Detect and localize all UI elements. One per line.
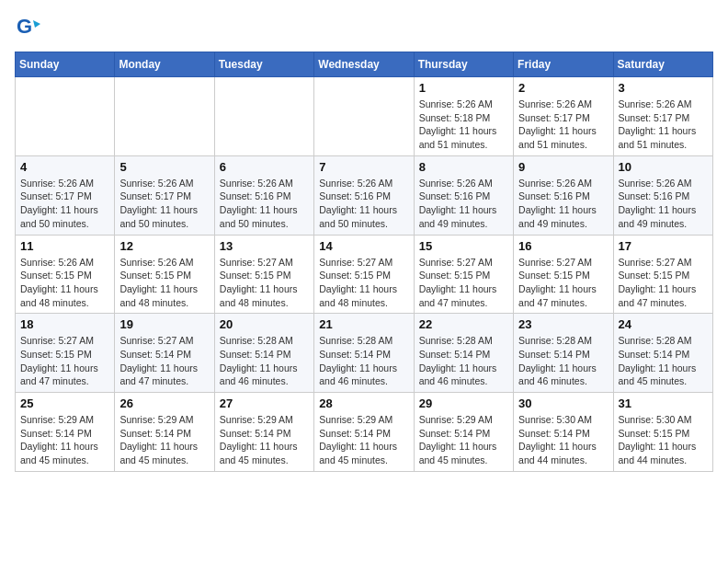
day-number: 2 [518, 81, 608, 95]
calendar-body: 1Sunrise: 5:26 AM Sunset: 5:18 PM Daylig… [16, 77, 713, 472]
calendar-cell: 15Sunrise: 5:27 AM Sunset: 5:15 PM Dayli… [414, 235, 513, 314]
calendar-cell: 17Sunrise: 5:27 AM Sunset: 5:15 PM Dayli… [613, 235, 712, 314]
day-detail: Sunrise: 5:27 AM Sunset: 5:15 PM Dayligh… [220, 256, 309, 310]
calendar-cell [214, 77, 313, 156]
calendar-cell: 13Sunrise: 5:27 AM Sunset: 5:15 PM Dayli… [214, 235, 313, 314]
day-number: 31 [619, 396, 708, 410]
calendar-week-row: 11Sunrise: 5:26 AM Sunset: 5:15 PM Dayli… [16, 235, 713, 314]
calendar-cell [314, 77, 414, 156]
day-detail: Sunrise: 5:27 AM Sunset: 5:15 PM Dayligh… [419, 256, 508, 310]
calendar-cell: 19Sunrise: 5:27 AM Sunset: 5:14 PM Dayli… [115, 314, 214, 393]
day-number: 8 [419, 160, 508, 174]
weekday-header: Thursday [414, 52, 513, 77]
day-detail: Sunrise: 5:26 AM Sunset: 5:15 PM Dayligh… [119, 256, 209, 310]
day-detail: Sunrise: 5:28 AM Sunset: 5:14 PM Dayligh… [419, 334, 508, 388]
day-detail: Sunrise: 5:28 AM Sunset: 5:14 PM Dayligh… [518, 334, 608, 388]
day-detail: Sunrise: 5:28 AM Sunset: 5:14 PM Dayligh… [619, 334, 708, 388]
svg-marker-2 [33, 20, 40, 28]
calendar-cell: 10Sunrise: 5:26 AM Sunset: 5:16 PM Dayli… [613, 155, 712, 235]
logo: G [15, 15, 44, 40]
calendar-cell: 26Sunrise: 5:29 AM Sunset: 5:14 PM Dayli… [115, 393, 214, 472]
day-number: 25 [20, 396, 109, 410]
calendar-week-row: 18Sunrise: 5:27 AM Sunset: 5:15 PM Dayli… [16, 314, 713, 393]
day-number: 19 [119, 317, 209, 331]
day-detail: Sunrise: 5:30 AM Sunset: 5:15 PM Dayligh… [619, 413, 708, 467]
day-detail: Sunrise: 5:27 AM Sunset: 5:15 PM Dayligh… [619, 256, 708, 310]
day-number: 10 [619, 160, 708, 174]
day-number: 7 [319, 160, 408, 174]
day-number: 26 [119, 396, 209, 410]
day-number: 15 [419, 239, 508, 253]
weekday-header: Wednesday [314, 52, 414, 77]
day-number: 1 [419, 81, 508, 95]
day-detail: Sunrise: 5:26 AM Sunset: 5:15 PM Dayligh… [20, 256, 109, 310]
calendar-cell [115, 77, 214, 156]
calendar-cell: 21Sunrise: 5:28 AM Sunset: 5:14 PM Dayli… [314, 314, 414, 393]
calendar-cell: 4Sunrise: 5:26 AM Sunset: 5:17 PM Daylig… [16, 155, 115, 235]
day-detail: Sunrise: 5:29 AM Sunset: 5:14 PM Dayligh… [220, 413, 309, 467]
day-detail: Sunrise: 5:26 AM Sunset: 5:16 PM Dayligh… [518, 177, 608, 231]
day-number: 13 [220, 239, 309, 253]
day-detail: Sunrise: 5:30 AM Sunset: 5:14 PM Dayligh… [518, 413, 608, 467]
calendar-cell: 6Sunrise: 5:26 AM Sunset: 5:16 PM Daylig… [214, 155, 313, 235]
calendar-cell: 3Sunrise: 5:26 AM Sunset: 5:17 PM Daylig… [613, 77, 712, 156]
page-header: G [15, 15, 713, 40]
day-detail: Sunrise: 5:26 AM Sunset: 5:17 PM Dayligh… [119, 177, 209, 231]
day-number: 20 [220, 317, 309, 331]
calendar-cell: 24Sunrise: 5:28 AM Sunset: 5:14 PM Dayli… [613, 314, 712, 393]
day-number: 30 [518, 396, 608, 410]
calendar-cell: 9Sunrise: 5:26 AM Sunset: 5:16 PM Daylig… [514, 155, 613, 235]
day-detail: Sunrise: 5:26 AM Sunset: 5:16 PM Dayligh… [220, 177, 309, 231]
day-number: 24 [619, 317, 708, 331]
day-detail: Sunrise: 5:26 AM Sunset: 5:16 PM Dayligh… [619, 177, 708, 231]
calendar-cell: 11Sunrise: 5:26 AM Sunset: 5:15 PM Dayli… [16, 235, 115, 314]
logo-icon: G [15, 15, 40, 40]
day-number: 11 [20, 239, 109, 253]
day-detail: Sunrise: 5:27 AM Sunset: 5:15 PM Dayligh… [20, 334, 109, 388]
day-number: 12 [119, 239, 209, 253]
calendar-cell: 1Sunrise: 5:26 AM Sunset: 5:18 PM Daylig… [414, 77, 513, 156]
calendar-cell: 16Sunrise: 5:27 AM Sunset: 5:15 PM Dayli… [514, 235, 613, 314]
day-detail: Sunrise: 5:29 AM Sunset: 5:14 PM Dayligh… [419, 413, 508, 467]
calendar-cell: 12Sunrise: 5:26 AM Sunset: 5:15 PM Dayli… [115, 235, 214, 314]
calendar-table: SundayMondayTuesdayWednesdayThursdayFrid… [15, 52, 713, 472]
calendar-cell: 25Sunrise: 5:29 AM Sunset: 5:14 PM Dayli… [16, 393, 115, 472]
svg-text:G: G [17, 15, 32, 38]
weekday-header-row: SundayMondayTuesdayWednesdayThursdayFrid… [16, 52, 713, 77]
calendar-cell: 30Sunrise: 5:30 AM Sunset: 5:14 PM Dayli… [514, 393, 613, 472]
calendar-cell: 5Sunrise: 5:26 AM Sunset: 5:17 PM Daylig… [115, 155, 214, 235]
day-detail: Sunrise: 5:26 AM Sunset: 5:17 PM Dayligh… [20, 177, 109, 231]
calendar-cell: 23Sunrise: 5:28 AM Sunset: 5:14 PM Dayli… [514, 314, 613, 393]
calendar-cell: 29Sunrise: 5:29 AM Sunset: 5:14 PM Dayli… [414, 393, 513, 472]
weekday-header: Monday [115, 52, 214, 77]
day-detail: Sunrise: 5:27 AM Sunset: 5:14 PM Dayligh… [119, 334, 209, 388]
calendar-cell: 2Sunrise: 5:26 AM Sunset: 5:17 PM Daylig… [514, 77, 613, 156]
weekday-header: Sunday [16, 52, 115, 77]
calendar-week-row: 1Sunrise: 5:26 AM Sunset: 5:18 PM Daylig… [16, 77, 713, 156]
day-number: 4 [20, 160, 109, 174]
calendar-cell: 7Sunrise: 5:26 AM Sunset: 5:16 PM Daylig… [314, 155, 414, 235]
day-number: 23 [518, 317, 608, 331]
calendar-cell: 31Sunrise: 5:30 AM Sunset: 5:15 PM Dayli… [613, 393, 712, 472]
calendar-cell [16, 77, 115, 156]
weekday-header: Saturday [613, 52, 712, 77]
calendar-cell: 22Sunrise: 5:28 AM Sunset: 5:14 PM Dayli… [414, 314, 513, 393]
calendar-cell: 18Sunrise: 5:27 AM Sunset: 5:15 PM Dayli… [16, 314, 115, 393]
calendar-week-row: 25Sunrise: 5:29 AM Sunset: 5:14 PM Dayli… [16, 393, 713, 472]
day-number: 18 [20, 317, 109, 331]
day-number: 16 [518, 239, 608, 253]
calendar-cell: 28Sunrise: 5:29 AM Sunset: 5:14 PM Dayli… [314, 393, 414, 472]
day-detail: Sunrise: 5:28 AM Sunset: 5:14 PM Dayligh… [319, 334, 408, 388]
day-number: 9 [518, 160, 608, 174]
weekday-header: Tuesday [214, 52, 313, 77]
day-number: 27 [220, 396, 309, 410]
day-number: 22 [419, 317, 508, 331]
day-detail: Sunrise: 5:28 AM Sunset: 5:14 PM Dayligh… [220, 334, 309, 388]
calendar-cell: 20Sunrise: 5:28 AM Sunset: 5:14 PM Dayli… [214, 314, 313, 393]
day-number: 6 [220, 160, 309, 174]
day-number: 21 [319, 317, 408, 331]
calendar-week-row: 4Sunrise: 5:26 AM Sunset: 5:17 PM Daylig… [16, 155, 713, 235]
weekday-header: Friday [514, 52, 613, 77]
day-detail: Sunrise: 5:29 AM Sunset: 5:14 PM Dayligh… [20, 413, 109, 467]
day-detail: Sunrise: 5:26 AM Sunset: 5:17 PM Dayligh… [619, 98, 708, 152]
